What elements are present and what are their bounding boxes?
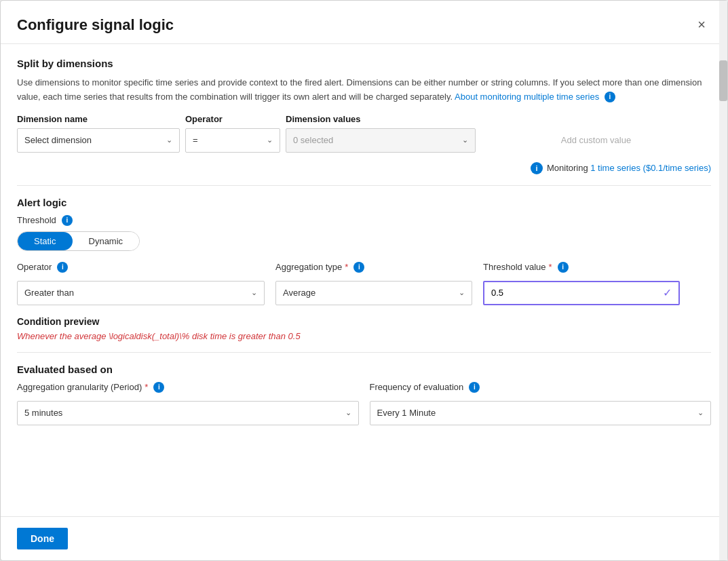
threshold-label: Threshold i: [17, 215, 711, 226]
split-by-dimensions-title: Split by dimensions: [17, 58, 711, 69]
frequency-value: Every 1 Minute: [377, 408, 436, 418]
alert-logic-section: Alert logic Threshold i Static Dynamic O…: [17, 197, 711, 341]
operator-header: Operator: [185, 114, 280, 124]
threshold-value-input-container: ✓: [483, 281, 680, 305]
select-dimension-dropdown[interactable]: Select dimension ⌄: [17, 128, 180, 153]
divider-1: [17, 185, 711, 186]
operator-group: Operator i Greater than ⌄: [17, 262, 265, 305]
dimension-headers: Dimension name Operator Dimension values: [17, 114, 711, 124]
dynamic-toggle-button[interactable]: Dynamic: [73, 232, 140, 250]
threshold-value-label: Threshold value * i: [483, 262, 680, 273]
dimension-values-chevron-icon: ⌄: [462, 136, 468, 144]
modal-header: Configure signal logic ×: [1, 1, 727, 44]
aggregation-type-dropdown[interactable]: Average ⌄: [275, 281, 472, 305]
frequency-evaluation-group: Frequency of evaluation i Every 1 Minute…: [370, 382, 712, 425]
monitoring-link[interactable]: 1 time series ($0.1/time series): [590, 163, 711, 173]
condition-preview-section: Condition preview Whenever the average \…: [17, 316, 711, 341]
close-button[interactable]: ×: [692, 14, 711, 35]
split-by-dimensions-section: Split by dimensions Use dimensions to mo…: [17, 58, 711, 174]
operator-value: =: [193, 135, 198, 145]
aggregation-granularity-dropdown[interactable]: 5 minutes ⌄: [17, 401, 359, 425]
condition-preview-text: Whenever the average \logicaldisk(_total…: [17, 331, 711, 341]
aggregation-type-value: Average: [283, 288, 315, 298]
dimension-row: Select dimension ⌄ = ⌄ 0 selected ⌄ Add …: [17, 128, 711, 153]
frequency-dropdown[interactable]: Every 1 Minute ⌄: [370, 401, 712, 425]
modal-title: Configure signal logic: [17, 16, 174, 34]
aggregation-type-chevron-icon: ⌄: [459, 288, 465, 297]
done-button[interactable]: Done: [17, 528, 68, 549]
dimension-values-placeholder: 0 selected: [293, 135, 333, 145]
modal-container: Configure signal logic × Split by dimens…: [0, 0, 728, 561]
aggregation-required-star: *: [345, 262, 348, 272]
dimensions-info-text: Use dimensions to monitor specific time …: [17, 76, 711, 104]
aggregation-type-label: Aggregation type * i: [275, 262, 472, 273]
monitoring-text: Monitoring 1 time series ($0.1/time seri…: [547, 163, 711, 173]
dimension-table: Dimension name Operator Dimension values…: [17, 114, 711, 153]
add-custom-value-button[interactable]: Add custom value: [481, 131, 711, 149]
operator-select-chevron-icon: ⌄: [251, 288, 257, 297]
threshold-value-input[interactable]: [491, 288, 660, 298]
threshold-checkmark-icon: ✓: [663, 286, 672, 299]
threshold-value-group: Threshold value * i ✓: [483, 262, 680, 305]
condition-preview-title: Condition preview: [17, 316, 711, 327]
aggregation-granularity-label: Aggregation granularity (Period) * i: [17, 382, 359, 393]
dimension-values-dropdown[interactable]: 0 selected ⌄: [286, 128, 476, 153]
dimension-values-header: Dimension values: [286, 114, 476, 124]
aggregation-granularity-value: 5 minutes: [24, 408, 62, 418]
frequency-info-icon[interactable]: i: [469, 382, 480, 393]
modal-footer: Done: [1, 516, 727, 560]
static-toggle-button[interactable]: Static: [18, 232, 73, 250]
aggregation-type-info-icon[interactable]: i: [353, 262, 364, 273]
alert-logic-form-row: Operator i Greater than ⌄ Aggregation ty…: [17, 262, 711, 305]
granularity-required-star: *: [145, 382, 148, 392]
frequency-label: Frequency of evaluation i: [370, 382, 712, 393]
threshold-value-info-icon[interactable]: i: [558, 262, 569, 273]
operator-chevron-icon: ⌄: [267, 136, 273, 144]
operator-select-dropdown[interactable]: Greater than ⌄: [17, 281, 265, 305]
threshold-info-icon[interactable]: i: [62, 215, 73, 226]
operator-dropdown[interactable]: = ⌄: [185, 128, 280, 153]
evaluated-based-on-title: Evaluated based on: [17, 364, 711, 375]
scrollbar-thumb[interactable]: [719, 60, 727, 101]
granularity-chevron-icon: ⌄: [345, 408, 351, 417]
monitoring-info: i Monitoring 1 time series ($0.1/time se…: [17, 162, 711, 174]
evaluated-based-on-section: Evaluated based on Aggregation granulari…: [17, 364, 711, 425]
operator-field-label: Operator i: [17, 262, 265, 273]
select-dimension-chevron-icon: ⌄: [166, 136, 172, 144]
period-row: Aggregation granularity (Period) * i 5 m…: [17, 382, 711, 425]
scrollbar-track: [719, 1, 727, 560]
aggregation-granularity-group: Aggregation granularity (Period) * i 5 m…: [17, 382, 359, 425]
alert-logic-title: Alert logic: [17, 197, 711, 208]
granularity-info-icon[interactable]: i: [153, 382, 164, 393]
aggregation-type-group: Aggregation type * i Average ⌄: [275, 262, 472, 305]
modal-body: Split by dimensions Use dimensions to mo…: [1, 44, 727, 516]
divider-2: [17, 352, 711, 353]
about-monitoring-link[interactable]: About monitoring multiple time series: [455, 92, 599, 102]
operator-info-icon[interactable]: i: [57, 262, 68, 273]
operator-select-value: Greater than: [24, 288, 74, 298]
monitoring-info-icon: i: [531, 162, 543, 174]
select-dimension-value: Select dimension: [24, 135, 92, 145]
frequency-chevron-icon: ⌄: [697, 408, 704, 417]
threshold-toggle-group: Static Dynamic: [17, 231, 140, 251]
threshold-required-star: *: [549, 262, 552, 272]
dimension-name-header: Dimension name: [17, 114, 180, 124]
about-monitoring-info-icon[interactable]: i: [605, 92, 615, 102]
